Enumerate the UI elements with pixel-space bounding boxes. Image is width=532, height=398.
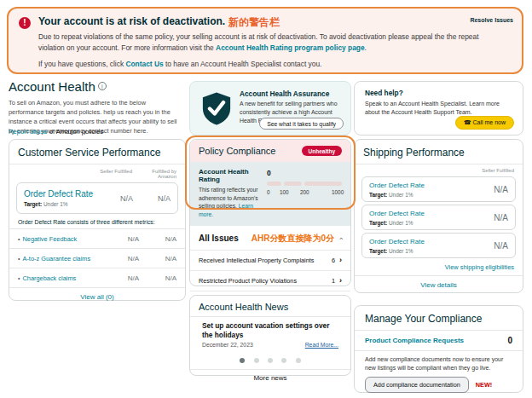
ship-col-seller-fulfilled: Seller Fulfilled: [355, 164, 523, 174]
metric-row-atoz-claims: •A-to-z Guarantee claims N/A N/A: [9, 248, 185, 268]
read-more-link[interactable]: Read More...: [305, 342, 338, 348]
account-health-rating-section: Account Health Rating This rating reflec…: [190, 162, 350, 226]
shipping-target: Target: Under 1%: [369, 192, 425, 198]
chevron-right-icon: ›: [339, 256, 342, 264]
report-abuse-line: Report abuse of Amazon policies: [9, 128, 103, 136]
annotation-new-warning: 新的警告栏: [228, 15, 280, 30]
metric-value-seller: N/A: [101, 235, 139, 243]
shipping-target: Target: Under 1%: [369, 220, 425, 226]
carousel-dot[interactable]: [254, 358, 259, 363]
banner-question-text: If you have questions, click: [38, 60, 125, 68]
metric-value-fba: N/A: [139, 255, 176, 262]
odr-target: Target: Under 1%: [24, 201, 95, 207]
all-issues-header: All Issues AHR分数直接降为0分 ›: [190, 226, 350, 250]
odr-value-seller: N/A: [95, 194, 133, 203]
need-help-description: Speak to an Account Health Specialist. L…: [355, 100, 523, 117]
atoz-claims-link[interactable]: •A-to-z Guarantee claims: [18, 255, 101, 262]
report-abuse-tail: of Amazon policies: [48, 128, 103, 136]
view-details-link[interactable]: View details: [355, 275, 523, 294]
scale-segment: [284, 182, 302, 186]
report-abuse-link[interactable]: Report abuse: [9, 128, 48, 136]
issue-row-ip-complaints[interactable]: Received Intellectual Property Complaint…: [190, 250, 350, 270]
ahr-score-value: 0: [267, 169, 342, 177]
account-health-page: ! Your account is at risk of deactivatio…: [0, 0, 532, 398]
shipping-metric-value: N/A: [494, 185, 508, 194]
odr-target-label: Target:: [24, 201, 42, 207]
compliance-requests-row: Product Compliance Requests 0: [355, 331, 523, 351]
shipping-performance-card: Shipping Performance Seller Fulfilled Or…: [354, 139, 523, 293]
more-news-button[interactable]: More news: [190, 369, 350, 386]
page-title: Account Healthi: [9, 79, 107, 94]
target-value: Under 1%: [387, 192, 413, 198]
account-health-news-card: Account Health News Set up account vacat…: [189, 295, 351, 376]
news-carousel-dots: [190, 348, 350, 369]
order-defect-rate-box: Order Defect Rate Target: Under 1% N/A N…: [16, 182, 178, 214]
odr-note: Order Defect Rate consists of three diff…: [9, 218, 185, 228]
carousel-dot[interactable]: [281, 358, 286, 363]
issue-row-restricted-products[interactable]: Restricted Product Policy Violations 1 ›: [190, 270, 350, 291]
shipping-metric-value: N/A: [494, 213, 508, 222]
news-title: Account Health News: [190, 296, 350, 317]
carousel-dot[interactable]: [296, 358, 301, 363]
policy-page-link[interactable]: Account Health Rating program policy pag…: [216, 43, 365, 52]
call-button-label: Call me now: [472, 119, 506, 125]
metric-value-seller: N/A: [101, 255, 139, 262]
chevron-up-icon[interactable]: ›: [337, 237, 345, 239]
issue-count: 6: [332, 257, 335, 264]
customer-service-performance-card: Customer Service Performance Seller Fulf…: [9, 139, 186, 301]
target-label: Target:: [369, 248, 387, 254]
add-compliance-documentation-button[interactable]: Add compliance documentation: [365, 377, 469, 393]
odr-target-value: Under 1%: [42, 201, 67, 207]
annotation-ahr-score: AHR分数直接降为0分: [252, 233, 334, 245]
qualify-button[interactable]: See what it takes to qualify: [259, 118, 344, 130]
page-title-text: Account Health: [9, 79, 95, 94]
carousel-dot[interactable]: [240, 358, 245, 363]
tick-1000: 1000: [332, 189, 344, 195]
carousel-dot[interactable]: [268, 358, 273, 363]
shipping-metric-value: N/A: [494, 241, 508, 251]
target-label: Target:: [369, 192, 387, 198]
ahr-description: This rating reflects your adherence to A…: [199, 186, 258, 219]
view-shipping-eligibilities-link[interactable]: View shipping eligibilities: [355, 261, 523, 275]
cs-column-headers: Seller Fulfilled Fulfilled by Amazon: [9, 164, 185, 180]
chargeback-claims-link[interactable]: •Chargeback claims: [18, 274, 101, 282]
info-icon[interactable]: i: [98, 82, 107, 90]
issue-label: Received Intellectual Property Complaint…: [199, 257, 332, 264]
bullet-icon: •: [18, 236, 20, 242]
new-badge: NEW!: [476, 381, 492, 389]
shipping-metric-link[interactable]: Order Defect Rate: [369, 238, 425, 245]
ahr-scale-bar: [267, 182, 342, 186]
target-value: Under 1%: [387, 248, 413, 254]
manage-compliance-card: Manage Your Compliance Product Complianc…: [354, 305, 523, 393]
banner-body-period: .: [365, 43, 367, 52]
call-me-now-button[interactable]: ☎ Call me now: [455, 116, 514, 130]
policy-compliance-header: Policy Compliance Unhealthy: [190, 140, 350, 162]
banner-question-tail: to have an Account Health Specialist con…: [164, 60, 322, 68]
news-meta: December 22, 2023 Read More...: [190, 340, 350, 348]
shipping-metric-link[interactable]: Order Defect Rate: [369, 210, 425, 217]
compliance-requests-link[interactable]: Product Compliance Requests: [365, 337, 507, 344]
issue-count: 1: [332, 277, 335, 285]
resolve-issues-link[interactable]: Resolve Issues: [470, 17, 513, 23]
shipping-metric-link[interactable]: Order Defect Rate: [369, 182, 425, 189]
bullet-icon: •: [18, 256, 20, 262]
metric-value-fba: N/A: [139, 235, 176, 243]
order-defect-rate-link[interactable]: Order Defect Rate: [24, 189, 95, 199]
scale-segment: [267, 182, 281, 186]
unhealthy-badge: Unhealthy: [302, 146, 342, 156]
compliance-description: Add new compliance documents now to ensu…: [355, 351, 523, 374]
metric-value-fba: N/A: [139, 274, 176, 282]
news-headline: Set up account vacation settings over th…: [190, 317, 350, 340]
metric-label-text: Chargeback claims: [22, 274, 76, 282]
chevron-right-icon: ›: [339, 276, 342, 285]
contact-us-link[interactable]: Contact Us: [125, 60, 163, 68]
metric-value-seller: N/A: [101, 274, 139, 282]
shipping-metric-row: Order Defect Rate Target: Under 1% N/A: [361, 233, 516, 258]
cs-view-all-link[interactable]: View all (0): [9, 287, 185, 306]
manage-compliance-title: Manage Your Compliance: [355, 306, 523, 331]
negative-feedback-link[interactable]: •Negative Feedback: [18, 235, 101, 243]
tick-200: 200: [300, 189, 309, 195]
assurance-title: Account Health Assurance: [240, 89, 329, 98]
ahr-scale: 0 0 100 200 1000: [267, 168, 342, 219]
metric-label-text: A-to-z Guarantee claims: [22, 255, 90, 262]
